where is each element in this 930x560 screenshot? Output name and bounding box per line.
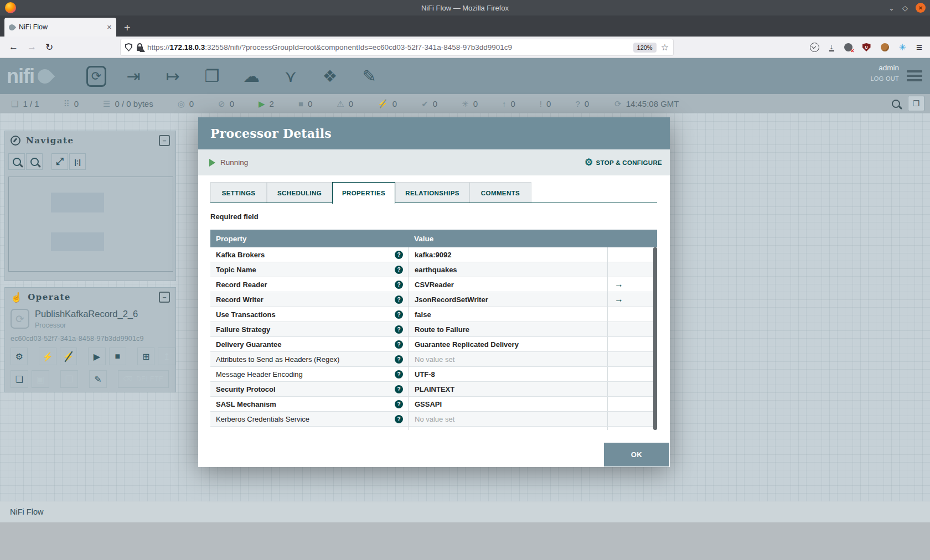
value-cell[interactable]: Route to Failure: [408, 322, 607, 336]
tab-comments[interactable]: COMMENTS: [469, 182, 531, 203]
goto-cell: [607, 382, 653, 396]
url-bar[interactable]: https://172.18.0.3:32558/nifi/?processGr…: [121, 39, 673, 55]
bookmark-star-icon[interactable]: ☆: [661, 42, 669, 53]
zoom-actual-button[interactable]: |:|: [69, 153, 86, 170]
help-icon[interactable]: ?: [395, 430, 403, 431]
status-count: 0: [546, 99, 551, 108]
label-tool-icon[interactable]: ✎: [357, 64, 381, 89]
ublock-extension-icon[interactable]: U: [862, 43, 871, 51]
input-port-tool-icon[interactable]: ⇥: [121, 64, 146, 89]
value-cell[interactable]: earthquakes: [408, 262, 607, 277]
funnel-tool-icon[interactable]: ⋎: [278, 64, 303, 89]
tab-close-icon[interactable]: ✕: [107, 24, 112, 31]
url-text[interactable]: https://172.18.0.3:32558/nifi/?processGr…: [147, 43, 629, 51]
tracking-shield-icon[interactable]: [125, 43, 132, 51]
stop-button[interactable]: ■: [109, 348, 126, 365]
zoom-in-button[interactable]: [8, 153, 25, 170]
zoom-level-badge[interactable]: 120%: [633, 43, 657, 53]
copy-button[interactable]: ❏: [11, 370, 28, 388]
help-icon[interactable]: ?: [395, 251, 403, 259]
global-menu-icon[interactable]: [907, 70, 922, 84]
value-cell[interactable]: JsonRecordSetWriter: [408, 292, 607, 307]
tab-relationships[interactable]: RELATIONSHIPS: [395, 182, 469, 203]
extension-mask-icon[interactable]: [844, 43, 852, 51]
process-group-tool-icon[interactable]: ❐: [200, 64, 224, 89]
lock-warning-icon[interactable]: [137, 46, 143, 51]
tab-settings[interactable]: SETTINGS: [210, 182, 267, 203]
birdseye-map[interactable]: [8, 177, 173, 272]
new-tab-button[interactable]: +: [124, 22, 131, 33]
window-close-icon[interactable]: ✕: [916, 3, 926, 13]
value-cell[interactable]: PLAINTEXT: [408, 382, 607, 396]
property-row: Security Protocol?PLAINTEXT: [210, 382, 657, 397]
table-scrollbar[interactable]: [653, 247, 657, 430]
navigate-collapse-button[interactable]: –: [159, 135, 170, 146]
goto-cell: →: [607, 292, 653, 307]
pocket-icon[interactable]: [810, 43, 819, 52]
value-cell[interactable]: false: [408, 307, 607, 322]
tab-properties[interactable]: PROPERTIES: [332, 182, 395, 204]
help-icon[interactable]: ?: [395, 340, 403, 349]
template-tool-icon[interactable]: ❖: [318, 64, 342, 89]
help-icon[interactable]: ?: [395, 385, 403, 393]
paste-button: ▣: [32, 370, 49, 388]
status-count: 0 / 0 bytes: [115, 99, 153, 108]
property-row: Use Transactions?false: [210, 307, 657, 322]
configure-button[interactable]: ⚙: [11, 348, 28, 365]
zoom-fit-button[interactable]: ⤢: [51, 153, 68, 170]
browser-menu-icon[interactable]: ≡: [916, 42, 922, 54]
reload-button[interactable]: ↻: [45, 42, 53, 53]
transmitting-icon: ◎: [178, 100, 185, 108]
start-button[interactable]: ▶: [88, 348, 105, 365]
help-icon[interactable]: ?: [395, 281, 403, 289]
help-icon[interactable]: ?: [395, 295, 403, 304]
flow-status-bar: ❏1 / 1⠿0☰0 / 0 bytes◎0⊘0▶2■0⚠0⚡0✔0✳0↑0!0…: [0, 94, 930, 113]
property-row: Topic Name?earthquakes: [210, 262, 657, 277]
value-cell[interactable]: kafka:9092: [408, 247, 607, 262]
help-icon[interactable]: ?: [395, 266, 403, 274]
value-cell[interactable]: No value set: [408, 352, 607, 366]
help-icon[interactable]: ?: [395, 325, 403, 334]
goto-service-icon[interactable]: →: [614, 295, 623, 304]
downloads-icon[interactable]: ↓: [829, 43, 834, 51]
value-cell[interactable]: Guarantee Replicated Delivery: [408, 337, 607, 351]
remote-process-group-tool-icon[interactable]: ☁: [239, 64, 264, 89]
browser-tab[interactable]: NiFi Flow ✕: [4, 18, 116, 37]
disable-button[interactable]: ⚡: [60, 348, 77, 365]
breadcrumb[interactable]: NiFi Flow: [10, 507, 43, 516]
help-icon[interactable]: ?: [395, 400, 403, 408]
cookie-extension-icon[interactable]: [881, 43, 889, 51]
create-template-button[interactable]: ⊞: [137, 348, 154, 365]
value-cell[interactable]: No value set: [408, 427, 607, 430]
search-icon[interactable]: [892, 100, 900, 108]
ok-button[interactable]: OK: [604, 443, 669, 466]
help-icon[interactable]: ?: [395, 415, 403, 423]
sparkle-extension-icon[interactable]: ✳: [899, 43, 906, 52]
value-cell[interactable]: GSSAPI: [408, 397, 607, 411]
zoom-out-button[interactable]: [26, 153, 43, 170]
logout-link[interactable]: LOG OUT: [870, 75, 899, 82]
goto-service-icon[interactable]: →: [614, 280, 623, 289]
property-value: UTF-8: [415, 370, 435, 378]
output-port-tool-icon[interactable]: ↦: [161, 64, 185, 89]
status-history-panel-button[interactable]: ❐: [908, 96, 924, 111]
value-cell[interactable]: CSVReader: [408, 277, 607, 292]
stop-and-configure-button[interactable]: ⚙ STOP & CONFIGURE: [585, 158, 662, 167]
property-cell: Failure Strategy?: [210, 322, 408, 336]
property-name: Record Reader: [216, 281, 395, 289]
window-minimize-icon[interactable]: ⌄: [888, 4, 895, 12]
help-icon[interactable]: ?: [395, 355, 403, 364]
value-cell[interactable]: No value set: [408, 412, 607, 426]
status-item: ⚡0: [378, 99, 397, 108]
back-button[interactable]: ←: [9, 42, 18, 53]
refresh-icon[interactable]: ⟳: [614, 100, 622, 108]
operate-collapse-button[interactable]: –: [159, 292, 170, 303]
processor-tool-icon[interactable]: ⟳: [86, 66, 106, 87]
window-restore-icon[interactable]: ◇: [902, 4, 908, 12]
value-cell[interactable]: UTF-8: [408, 367, 607, 381]
tab-scheduling[interactable]: SCHEDULING: [267, 182, 332, 203]
help-icon[interactable]: ?: [395, 310, 403, 319]
enable-button[interactable]: ⚡: [39, 348, 56, 365]
fill-color-button[interactable]: ✎: [89, 370, 107, 388]
help-icon[interactable]: ?: [395, 370, 403, 378]
